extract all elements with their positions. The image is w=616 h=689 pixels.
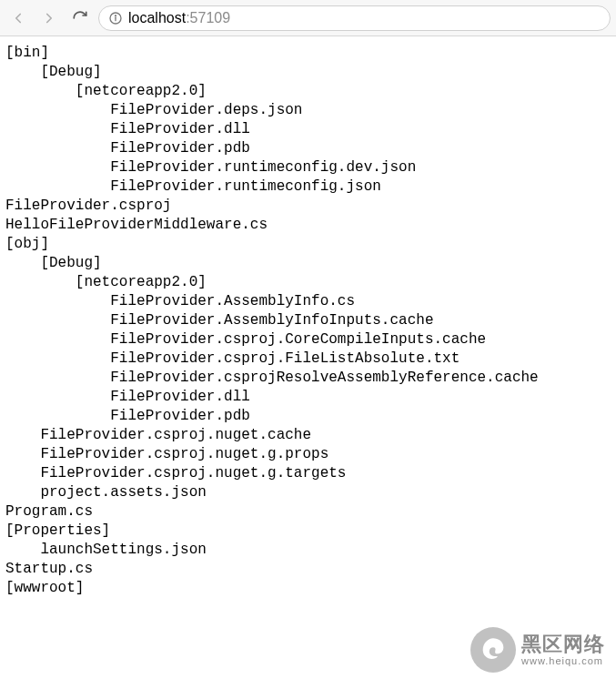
back-button[interactable] xyxy=(5,5,31,31)
url-host: localhost xyxy=(128,10,186,26)
address-bar[interactable]: localhost:57109 xyxy=(98,5,611,31)
svg-point-2 xyxy=(115,15,116,15)
watermark-logo-icon xyxy=(470,627,516,673)
site-info-icon[interactable] xyxy=(108,11,123,25)
watermark-url: www.heiqu.com xyxy=(521,656,605,666)
reload-button[interactable] xyxy=(67,5,93,31)
watermark: 黑区网络 www.heiqu.com xyxy=(470,627,605,673)
url-port: :57109 xyxy=(186,10,230,26)
browser-toolbar: localhost:57109 xyxy=(0,0,616,36)
page-content: [bin] [Debug] [netcoreapp2.0] FileProvid… xyxy=(0,36,616,605)
watermark-text: 黑区网络 www.heiqu.com xyxy=(521,634,605,666)
forward-button[interactable] xyxy=(36,5,62,31)
watermark-title: 黑区网络 xyxy=(521,634,605,654)
